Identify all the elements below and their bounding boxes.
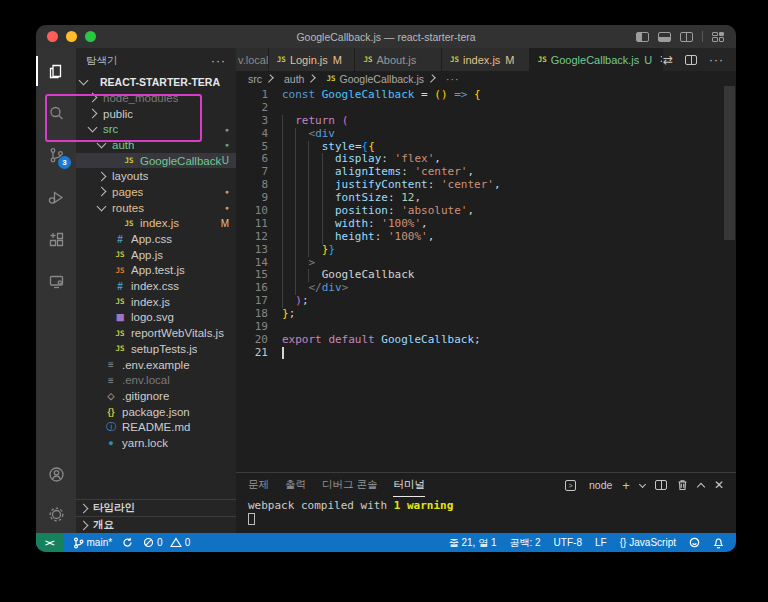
js-file-icon: JS (112, 297, 128, 306)
tree-file--gitignore[interactable]: ◇.gitignore (76, 388, 236, 404)
sync-icon[interactable] (122, 537, 133, 548)
tab-googlecallback-js[interactable]: JSGoogleCallback.jsU✕ (530, 48, 663, 71)
breadcrumb-symbol[interactable]: ··· (446, 73, 460, 85)
tree-file-readme-md[interactable]: ⓘREADME.md (76, 419, 236, 435)
tab-login-js[interactable]: JSLogin.jsM (269, 48, 356, 71)
tree-file-reportwebvitals-js[interactable]: JSreportWebVitals.js (76, 325, 236, 341)
tab-index-js[interactable]: JSindex.jsM (442, 48, 530, 71)
indentation-item[interactable]: 공백: 2 (509, 536, 540, 550)
line-content: }; (282, 308, 295, 321)
tree-file--env-example[interactable]: ≡.env.example (76, 357, 236, 373)
tree-item-label: package.json (122, 406, 190, 418)
close-panel-icon[interactable]: ✕ (714, 478, 724, 492)
tree-folder-auth[interactable]: auth● (76, 137, 236, 153)
timeline-section-header[interactable]: 타임라인 (76, 499, 236, 516)
code-line-20[interactable]: 20export default GoogleCallback; (236, 334, 736, 347)
git-dot-badge: ● (225, 188, 229, 195)
tree-file-index-js[interactable]: JSindex.js (76, 294, 236, 310)
tree-folder-layouts[interactable]: layouts (76, 168, 236, 184)
kill-terminal-trash-icon[interactable] (677, 479, 688, 491)
tree-file-yarn-lock[interactable]: ●yarn.lock (76, 435, 236, 451)
toggle-panel-icon[interactable] (658, 32, 671, 42)
tree-item-label: auth (112, 139, 134, 151)
customize-layout-icon[interactable] (712, 32, 724, 42)
editor-scrollbar[interactable] (724, 86, 735, 240)
tree-file-googlecallback-js[interactable]: JSGoogleCallback.jsU (76, 153, 236, 169)
tree-folder-pages[interactable]: pages● (76, 184, 236, 200)
tab-about-js[interactable]: JSAbout.js (355, 48, 442, 71)
tree-file-index-js[interactable]: JSindex.jsM (76, 216, 236, 232)
encoding-item[interactable]: UTF-8 (554, 537, 582, 548)
new-terminal-icon[interactable]: + (622, 478, 630, 493)
split-editor-icon[interactable] (685, 55, 697, 65)
language-mode-item[interactable]: {} JavaScript (620, 537, 676, 548)
terminal-output[interactable]: webpack compiled with 1 warning (236, 497, 736, 525)
notifications-bell-icon[interactable] (713, 537, 724, 549)
tab-v-local[interactable]: v.local (236, 48, 269, 71)
breadcrumb-file[interactable]: GoogleCallback.js (339, 73, 424, 85)
tree-file-app-js[interactable]: JSApp.js (76, 247, 236, 263)
terminal-dropdown-icon[interactable] (639, 480, 646, 487)
tree-folder-src[interactable]: src● (76, 121, 236, 137)
search-icon[interactable] (36, 92, 76, 134)
tree-file-app-test-js[interactable]: JSApp.test.js (76, 263, 236, 279)
workspace-root-row[interactable]: REACT-STARTER-TERA (76, 73, 236, 90)
chevron-right-icon (79, 520, 89, 530)
account-icon[interactable] (36, 453, 76, 495)
editor-more-actions-icon[interactable]: ··· (709, 53, 724, 67)
code-line-18[interactable]: 18}; (236, 308, 736, 321)
code-line-21[interactable]: 21 (236, 347, 736, 360)
breadcrumb-item[interactable]: src (248, 73, 262, 85)
run-debug-icon[interactable] (36, 176, 76, 218)
breadcrumb-item[interactable]: auth (284, 73, 304, 85)
eol-item[interactable]: LF (595, 537, 607, 548)
feedback-icon[interactable] (689, 537, 700, 548)
tree-file-logo-svg[interactable]: ▦logo.svg (76, 310, 236, 326)
close-window-button[interactable] (47, 31, 58, 42)
cursor-position-item[interactable]: 줄 21, 열 1 (449, 536, 497, 550)
open-changes-icon[interactable]: ⇄ (663, 53, 673, 67)
tree-file-index-css[interactable]: #index.css (76, 278, 236, 294)
split-terminal-icon[interactable] (655, 480, 667, 490)
maximize-panel-icon[interactable] (697, 482, 705, 490)
breadcrumb[interactable]: src auth JS GoogleCallback.js ··· (236, 71, 736, 86)
panel-tab-item[interactable]: 문제 (248, 473, 269, 497)
explorer-more-actions-icon[interactable]: ··· (211, 54, 226, 68)
explorer-icon[interactable] (36, 50, 76, 92)
code-line-1[interactable]: 1const GoogleCallback = () => { (236, 89, 736, 102)
toggle-sidebar-icon[interactable] (636, 32, 649, 42)
zoom-window-button[interactable] (85, 31, 96, 42)
remote-indicator[interactable]: >< (36, 533, 63, 552)
panel-tab-terminal-active[interactable]: 터미널 (393, 473, 425, 497)
tree-file-package-json[interactable]: {}package.json (76, 404, 236, 420)
tree-file-setuptests-js[interactable]: JSsetupTests.js (76, 341, 236, 357)
tree-file-app-css[interactable]: #App.css (76, 231, 236, 247)
remote-explorer-icon[interactable] (36, 260, 76, 302)
tree-folder-public[interactable]: public (76, 106, 236, 122)
settings-gear-icon[interactable] (36, 495, 76, 533)
panel-tab-item[interactable]: 디버그 콘솔 (322, 473, 377, 497)
title-bar[interactable]: GoogleCallback.js — react-starter-tera (36, 25, 736, 48)
code-editor[interactable]: 1const GoogleCallback = () => {23 return… (236, 86, 736, 472)
extensions-icon[interactable] (36, 218, 76, 260)
code-line-16[interactable]: 16 </div> (236, 282, 736, 295)
code-line-17[interactable]: 17 ); (236, 295, 736, 308)
tree-folder-node-modules[interactable]: node_modules (76, 90, 236, 106)
toggle-secondary-sidebar-icon[interactable] (680, 32, 693, 42)
panel-tab-item[interactable]: 출력 (285, 473, 306, 497)
terminal-cursor (248, 513, 255, 525)
js-file-icon: JS (326, 74, 335, 83)
panel-tab-bar: 문제출력디버그 콘솔터미널>node+✕ (236, 473, 736, 497)
tree-file--env-local[interactable]: ≡.env.local (76, 372, 236, 388)
problems-item[interactable]: 0 0 (143, 537, 190, 548)
source-control-icon[interactable]: 3 (36, 134, 76, 176)
outline-section-header[interactable]: 개요 (76, 516, 236, 533)
chevron-right-icon (308, 74, 316, 82)
chevron-down-icon (88, 123, 98, 133)
terminal-process-label[interactable]: node (589, 479, 612, 491)
line-content: export default GoogleCallback; (282, 334, 481, 347)
tree-folder-routes[interactable]: routes● (76, 200, 236, 216)
git-status-badge: M (221, 218, 229, 229)
minimize-window-button[interactable] (66, 31, 77, 42)
git-branch-item[interactable]: main* (73, 537, 113, 549)
